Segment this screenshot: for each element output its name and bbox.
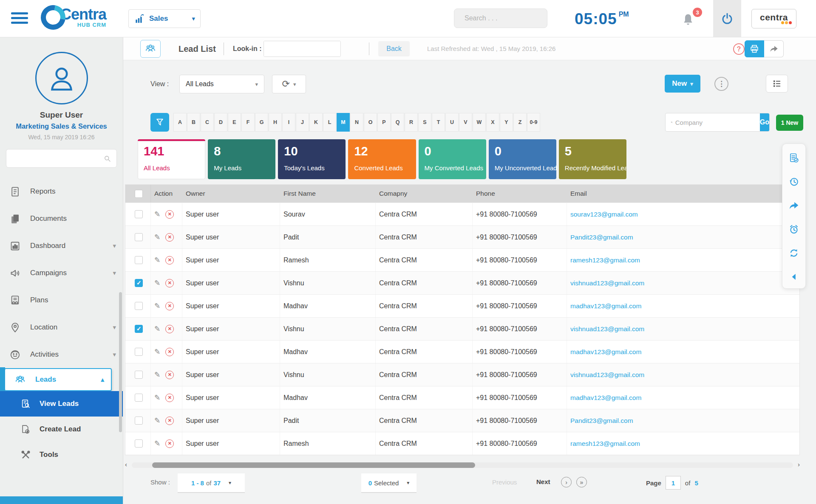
letter-filter[interactable]: W [473,113,486,132]
row-checkbox[interactable] [135,279,143,287]
cell-email-link[interactable]: ramesh123@gmail.com [570,256,640,264]
stat-card[interactable]: 5 Recently Modified Leads [559,139,626,179]
next-page-icon[interactable]: › [561,477,572,487]
edit-icon[interactable] [154,416,160,425]
letter-filter[interactable]: Z [513,113,527,132]
stat-card[interactable]: 12 Converted Leads [348,139,416,179]
sidebar-subitem[interactable]: Tools [0,442,123,467]
letter-filter[interactable]: O [364,113,377,132]
sidebar-scrollbar[interactable] [119,292,122,432]
view-select[interactable]: All Leads ▾ [179,75,264,93]
letter-filter[interactable]: N [350,113,363,132]
sidebar-item[interactable]: Location ▾ [0,314,123,341]
cell-email-link[interactable]: sourav123@gmail.com [570,211,638,218]
cell-email-link[interactable]: madhav123@gmail.com [570,348,641,356]
edit-icon[interactable] [154,279,160,287]
global-search-input[interactable] [465,14,552,22]
letter-filter[interactable]: T [432,113,445,132]
sidebar-subitem[interactable]: View Leads [0,391,123,417]
stat-card[interactable]: 10 Today's Leads [278,139,346,179]
sidebar-item[interactable]: Dashboard ▾ [0,232,123,259]
delete-icon[interactable] [165,256,174,265]
sidebar-item[interactable]: Activities ▾ [0,341,123,368]
refresh-button[interactable]: ⟳ ▾ [272,75,306,93]
letter-filter[interactable]: V [459,113,472,132]
hamburger-menu-icon[interactable] [11,12,28,25]
sidebar-item[interactable]: Plans [0,287,123,314]
stat-card[interactable]: 0 My Unconverted Leads [489,139,556,179]
edit-icon[interactable] [154,256,160,265]
letter-filter[interactable]: K [309,113,323,132]
delete-icon[interactable] [165,325,174,333]
letter-filter[interactable]: P [377,113,391,132]
share-button[interactable] [764,40,784,57]
lead-list-icon-button[interactable] [140,40,161,58]
go-button[interactable]: Go [760,113,769,131]
sidebar-item[interactable]: Documents [0,205,123,232]
cell-email-link[interactable]: vishnuad123@gmail.com [570,279,644,287]
letter-filter[interactable]: Y [500,113,513,132]
letter-filter[interactable]: H [269,113,282,132]
module-selector[interactable]: Sales ▾ [128,9,201,28]
last-page-icon[interactable]: » [576,477,587,487]
back-button[interactable]: Back [378,41,410,56]
scrollbar-thumb[interactable] [152,462,475,468]
scroll-right-icon[interactable]: › [798,461,800,468]
filter-button[interactable] [150,113,169,132]
row-checkbox[interactable] [135,233,143,241]
row-checkbox[interactable] [135,439,143,448]
edit-icon[interactable] [154,347,160,356]
cell-email-link[interactable]: madhav123@gmail.com [570,302,641,310]
letter-filter[interactable]: G [255,113,268,132]
letter-filter[interactable]: I [282,113,295,132]
cell-email-link[interactable]: Pandit23@gmail.com [570,234,633,241]
delete-icon[interactable] [165,279,174,287]
letter-filter[interactable]: B [187,113,200,132]
scroll-left-icon[interactable]: ‹ [125,461,127,468]
letter-filter[interactable]: A [173,113,187,132]
stat-card[interactable]: 141 All Leads [138,139,205,179]
previous-button[interactable]: Previous [492,479,517,486]
lookin-input[interactable] [264,41,341,56]
letter-filter[interactable]: D [214,113,227,132]
delete-icon[interactable] [165,210,174,219]
edit-icon[interactable] [154,370,160,379]
edit-icon[interactable] [154,233,160,242]
letter-filter[interactable]: J [296,113,309,132]
cell-email-link[interactable]: vishnuad123@gmail.com [570,325,644,333]
print-button[interactable] [745,40,764,57]
letter-filter[interactable]: M [337,113,350,132]
letter-filter[interactable]: Q [391,113,404,132]
select-all-checkbox[interactable] [135,190,143,198]
delete-icon[interactable] [165,302,174,310]
sidebar-item[interactable]: Leads ▴ [4,368,112,391]
delete-icon[interactable] [165,417,174,425]
help-button[interactable]: ? [733,43,745,55]
letter-filter[interactable]: C [201,113,214,132]
letter-filter[interactable]: F [241,113,255,132]
cell-email-link[interactable]: vishnuad123@gmail.com [570,371,644,379]
sidebar-search-input[interactable] [11,155,103,162]
row-checkbox[interactable] [135,302,143,310]
stat-card[interactable]: 0 My Converted Leads [419,139,486,179]
letter-filter[interactable]: X [486,113,499,132]
row-checkbox[interactable] [135,371,143,379]
letter-filter[interactable]: S [418,113,431,132]
cell-email-link[interactable]: Pandit23@gmail.com [570,417,633,425]
row-checkbox[interactable] [135,417,143,425]
logout-button[interactable] [713,0,741,37]
row-checkbox[interactable] [135,256,143,264]
row-checkbox[interactable] [135,325,143,333]
new-button[interactable]: New ▾ [665,75,700,93]
edit-icon[interactable] [154,210,160,219]
row-checkbox[interactable] [135,210,143,218]
page-number-input[interactable]: 1 [666,476,681,490]
letter-filter[interactable]: 0-9 [527,113,540,132]
delete-icon[interactable] [165,233,174,242]
sidebar-item[interactable]: Reports [0,178,123,205]
edit-icon[interactable] [154,301,160,310]
cell-email-link[interactable]: ramesh123@gmail.com [570,440,640,448]
next-button[interactable]: Next [536,478,550,485]
stat-card[interactable]: 8 My Leads [208,139,275,179]
notifications-button[interactable]: 3 [681,10,700,29]
